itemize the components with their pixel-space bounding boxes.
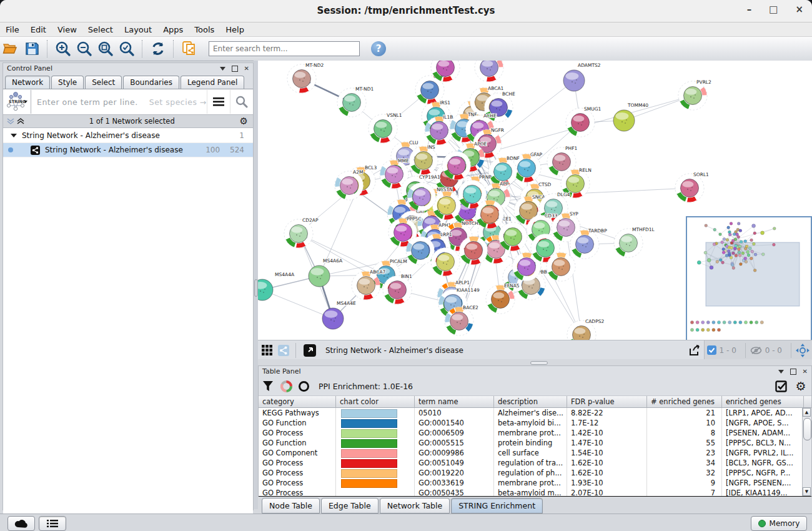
zoom-in-icon[interactable] <box>52 39 74 59</box>
menu-select[interactable]: Select <box>82 25 119 34</box>
string-search-icon[interactable] <box>230 90 253 114</box>
column-header-description[interactable]: description <box>494 396 567 407</box>
menu-layout[interactable]: Layout <box>119 25 157 34</box>
table-row[interactable]: GO ComponentGO:0009986cell surface1.54E-… <box>259 448 811 458</box>
share-view-icon[interactable] <box>275 340 292 360</box>
table-row[interactable]: GO ProcessGO:0006509membrane prot...1.42… <box>259 428 811 438</box>
column-header-category[interactable]: category <box>259 396 336 407</box>
string-logo-dropdown[interactable]: STRING <box>3 90 31 114</box>
menu-view[interactable]: View <box>52 25 82 34</box>
panel-menu-icon[interactable] <box>220 67 225 71</box>
network-node-F14[interactable] <box>475 61 503 82</box>
network-node-A2M[interactable]: A2M <box>335 169 364 201</box>
horizontal-splitter[interactable] <box>258 359 812 365</box>
birdseye-view[interactable] <box>686 216 812 340</box>
network-canvas[interactable]: MT-ND2MT-ND1VSNL1GAB2IRS1CHATABCA1BCHEIL… <box>258 61 812 340</box>
select-columns-icon[interactable] <box>771 376 790 396</box>
network-node-ADAMTS2[interactable]: ADAMTS2 <box>563 62 601 91</box>
column-header--enriched-genes[interactable]: # enriched genes <box>647 396 722 407</box>
network-node-F12[interactable] <box>547 252 575 281</box>
string-search-placeholder[interactable]: Enter one term per line.Set species → <box>31 97 207 107</box>
navigator-icon[interactable] <box>796 344 810 357</box>
tab-select[interactable]: Select <box>85 76 122 89</box>
export-network-icon[interactable] <box>685 340 704 360</box>
table-panel-menu-icon[interactable] <box>778 370 784 374</box>
filter-icon[interactable] <box>259 376 277 396</box>
network-node-MT-ND2[interactable]: MT-ND2 <box>287 62 324 94</box>
open-file-icon[interactable] <box>0 39 21 59</box>
task-history-button[interactable] <box>39 516 66 531</box>
close-panel-icon[interactable]: ✕ <box>244 65 249 72</box>
scroll-thumb[interactable] <box>803 418 811 440</box>
zoom-out-icon[interactable] <box>74 39 95 59</box>
network-tree-row[interactable]: String Network - Alzheimer's disease1005… <box>3 143 253 157</box>
network-node-TOMM40[interactable]: TOMM40 <box>613 102 648 131</box>
collapse-triangle-icon[interactable] <box>11 134 17 137</box>
network-node-CD2AP[interactable]: CD2AP <box>284 217 319 249</box>
table-row[interactable]: GO ProcessGO:0019220regulation of ph...1… <box>259 468 811 478</box>
network-node-PVRL2[interactable]: PVRL2 <box>678 79 711 111</box>
table-row[interactable]: GO FunctionGO:0001540beta-amyloid bi...1… <box>259 418 811 428</box>
menu-file[interactable]: File <box>0 25 25 34</box>
network-node-VSNL1[interactable]: VSNL1 <box>369 112 402 144</box>
cell-fdr: 8.82E-22 <box>567 408 647 418</box>
string-options-icon[interactable] <box>207 90 230 114</box>
table-row[interactable]: KEGG Pathways05010Alzheimer's dise...8.8… <box>259 408 811 418</box>
chart-icon[interactable] <box>277 376 295 396</box>
menu-help[interactable]: Help <box>220 25 250 34</box>
network-node-MTHFD1L[interactable]: MTHFD1L <box>614 227 655 258</box>
tab-node-table[interactable]: Node Table <box>262 498 320 514</box>
tab-style[interactable]: Style <box>51 76 84 89</box>
network-list-gear-icon[interactable]: ⚙ <box>240 117 248 126</box>
tab-network-table[interactable]: Network Table <box>380 498 450 514</box>
column-header-chart-color[interactable]: chart color <box>336 396 415 407</box>
table-close-icon[interactable]: ✕ <box>803 368 808 375</box>
memory-button[interactable]: Memory <box>751 516 807 531</box>
collapse-all-icon[interactable] <box>7 117 14 125</box>
tab-network[interactable]: Network <box>5 76 50 89</box>
vertical-splitter[interactable] <box>254 61 258 509</box>
search-input[interactable] <box>209 41 360 56</box>
expand-all-icon[interactable] <box>17 117 24 125</box>
help-icon[interactable]: ? <box>371 41 386 56</box>
detach-view-icon[interactable] <box>300 340 319 360</box>
column-header-enriched-genes[interactable]: enriched genes <box>722 396 804 407</box>
cloud-tasks-button[interactable] <box>7 516 35 531</box>
grid-view-icon[interactable] <box>258 340 275 360</box>
maximize-button[interactable]: □ <box>769 4 778 15</box>
table-scrollbar[interactable]: ▲ ▼ <box>802 408 811 496</box>
scroll-up-icon[interactable]: ▲ <box>803 408 811 417</box>
zoom-fit-icon[interactable] <box>95 39 116 59</box>
menu-edit[interactable]: Edit <box>25 25 52 34</box>
ring-chart-icon[interactable] <box>295 376 312 396</box>
tab-legend-panel[interactable]: Legend Panel <box>181 76 244 89</box>
column-header-term-name[interactable]: term name <box>415 396 494 407</box>
save-session-icon[interactable] <box>21 39 42 59</box>
network-node-CADPS2[interactable]: CADPS2 <box>567 319 604 340</box>
column-header-fdr-p-value[interactable]: FDR p-value <box>567 396 647 407</box>
tab-boundaries[interactable]: Boundaries <box>123 76 179 89</box>
table-row[interactable]: GO ProcessGO:0051049regulation of tra...… <box>259 458 811 468</box>
network-tree-row[interactable]: String Network - Alzheimer's disease1 <box>3 129 253 143</box>
network-node-SMUG1[interactable]: SMUG1 <box>566 106 602 137</box>
network-node-F9[interactable] <box>431 247 460 276</box>
table-float-icon[interactable] <box>790 369 796 375</box>
refresh-icon[interactable] <box>147 39 169 59</box>
network-node-MT-ND1[interactable]: MT-ND1 <box>337 86 374 117</box>
tab-string-enrichment[interactable]: STRING Enrichment <box>451 498 543 514</box>
menu-apps[interactable]: Apps <box>157 25 189 34</box>
tab-edge-table[interactable]: Edge Table <box>321 498 379 514</box>
close-button[interactable]: × <box>795 4 803 15</box>
table-settings-gear-icon[interactable]: ⚙ <box>790 376 811 396</box>
table-row[interactable]: GO FunctionGO:0005515protein binding1.47… <box>259 438 811 448</box>
zoom-selected-icon[interactable] <box>116 39 137 59</box>
clone-network-icon[interactable] <box>179 39 200 59</box>
table-row[interactable]: GO ProcessGO:0050435beta-amyloid m...2.0… <box>259 488 811 496</box>
scroll-down-icon[interactable]: ▼ <box>803 487 811 496</box>
network-node-EFNA5[interactable]: EFNA5 <box>486 283 520 314</box>
minimize-button[interactable]: – <box>747 4 752 15</box>
menu-tools[interactable]: Tools <box>189 25 220 34</box>
network-node-SORL1[interactable]: SORL1 <box>675 172 709 203</box>
table-row[interactable]: GO ProcessGO:0033619membrane prot...1.93… <box>259 478 811 488</box>
float-panel-icon[interactable] <box>232 66 238 72</box>
